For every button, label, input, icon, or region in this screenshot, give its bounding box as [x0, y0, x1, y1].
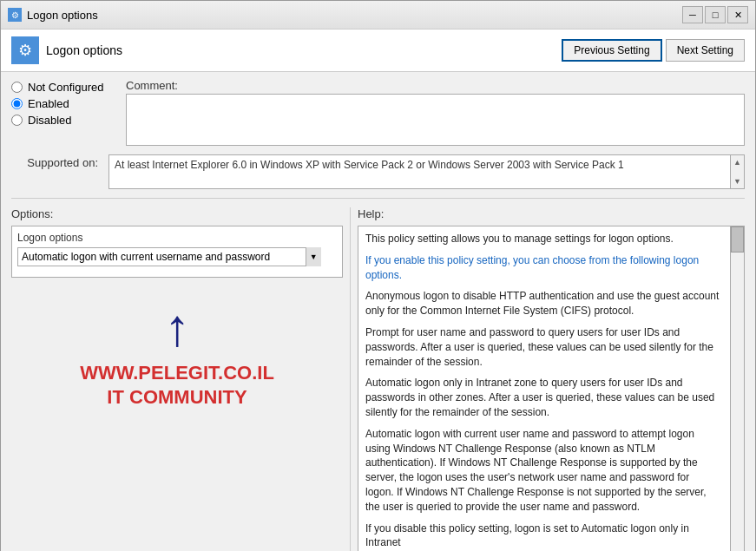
previous-setting-button[interactable]: Previous Setting — [562, 39, 661, 62]
help-title: Help: — [358, 207, 745, 220]
scroll-up-arrow[interactable]: ▲ — [731, 155, 744, 169]
dialog-title: Logon options — [46, 43, 122, 57]
help-scrollbar[interactable] — [730, 226, 744, 551]
main-window: ⚙ Logon options ─ □ ✕ ⚙ Logon options Pr… — [0, 0, 756, 551]
help-para-4: Automatic logon only in Intranet zone to… — [365, 376, 720, 419]
comment-section: Comment: — [126, 79, 745, 146]
comment-textarea[interactable] — [126, 94, 745, 146]
help-content-box: This policy setting allows you to manage… — [358, 226, 745, 551]
content-area: Not Configured Enabled Disabled Comment:… — [1, 72, 755, 551]
help-para-0: This policy setting allows you to manage… — [365, 232, 720, 246]
options-help-section: Options: Logon options Automatic logon w… — [11, 207, 745, 551]
radio-enabled-label: Enabled — [28, 97, 69, 110]
window-icon: ⚙ — [8, 8, 22, 22]
supported-box: At least Internet Explorer 6.0 in Window… — [108, 154, 745, 189]
help-para-2: Anonymous logon to disable HTTP authenti… — [365, 289, 720, 318]
watermark: ↑ WWW.PELEGIT.CO.IL IT COMMUNITY — [11, 285, 343, 426]
header-left: ⚙ Logon options — [11, 36, 122, 64]
radio-not-configured[interactable]: Not Configured — [11, 81, 115, 94]
help-para-1: If you enable this policy setting, you c… — [365, 253, 720, 283]
help-panel: Help: This policy setting allows you to … — [350, 207, 745, 551]
help-para-1-highlight: If you enable this policy setting, you c… — [365, 254, 699, 281]
title-bar: ⚙ Logon options ─ □ ✕ — [1, 1, 755, 30]
help-para-6: If you disable this policy setting, logo… — [365, 521, 720, 551]
supported-text: At least Internet Explorer 6.0 in Window… — [115, 159, 624, 171]
radio-not-configured-label: Not Configured — [28, 81, 103, 94]
scroll-down-arrow[interactable]: ▼ — [731, 174, 744, 188]
help-para-3: Prompt for user name and password to que… — [365, 325, 720, 369]
window-controls: ─ □ ✕ — [682, 6, 748, 23]
help-text: This policy setting allows you to manage… — [365, 232, 737, 550]
minimize-button[interactable]: ─ — [682, 6, 703, 23]
comment-label: Comment: — [126, 79, 745, 92]
window-title: Logon options — [27, 9, 98, 22]
options-box-label: Logon options — [17, 232, 337, 244]
help-scrollbar-thumb — [731, 226, 744, 253]
close-button[interactable]: ✕ — [727, 6, 748, 23]
options-box: Logon options Automatic logon with curre… — [11, 226, 343, 278]
dialog-header: ⚙ Logon options Previous Setting Next Se… — [1, 30, 755, 72]
maximize-button[interactable]: □ — [705, 6, 726, 23]
options-panel: Options: Logon options Automatic logon w… — [11, 207, 350, 551]
dropdown-container: Automatic logon with current username an… — [17, 247, 321, 266]
radio-disabled-label: Disabled — [28, 114, 72, 127]
radio-disabled[interactable]: Disabled — [11, 114, 115, 127]
radio-enabled-input[interactable] — [11, 98, 23, 109]
top-section: Not Configured Enabled Disabled Comment: — [11, 79, 745, 146]
logon-options-dropdown[interactable]: Automatic logon with current username an… — [17, 247, 321, 266]
watermark-arrow-icon: ↑ — [11, 302, 343, 354]
watermark-community: IT COMMUNITY — [11, 386, 343, 409]
options-title: Options: — [11, 207, 343, 220]
radio-not-configured-input[interactable] — [11, 82, 23, 93]
header-icon: ⚙ — [11, 36, 39, 64]
supported-scrollbar[interactable]: ▲ ▼ — [730, 155, 744, 188]
radio-enabled[interactable]: Enabled — [11, 97, 115, 110]
watermark-url: WWW.PELEGIT.CO.IL — [11, 361, 343, 386]
divider — [11, 198, 745, 199]
radio-disabled-input[interactable] — [11, 115, 23, 126]
supported-label: Supported on: — [11, 154, 98, 169]
next-setting-button[interactable]: Next Setting — [666, 39, 745, 62]
radio-group: Not Configured Enabled Disabled — [11, 79, 115, 146]
navigation-buttons: Previous Setting Next Setting — [562, 39, 745, 62]
title-bar-left: ⚙ Logon options — [8, 8, 98, 22]
help-para-5: Automatic logon with current user name a… — [365, 427, 720, 515]
supported-section: Supported on: At least Internet Explorer… — [11, 154, 745, 189]
